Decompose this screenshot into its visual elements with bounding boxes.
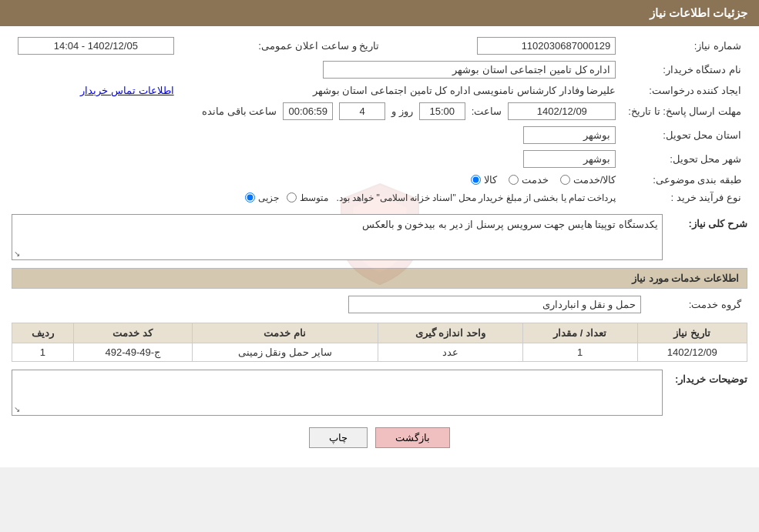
announce-value: 1402/12/05 - 14:04 bbox=[12, 34, 180, 58]
cell-name: سایر حمل ونقل زمینی bbox=[192, 343, 378, 362]
cell-date: 1402/12/09 bbox=[637, 343, 747, 362]
city-value-cell: بوشهر bbox=[12, 147, 622, 171]
description-box: یکدستگاه توپیتا هایس جهت سرویس پرسنل از … bbox=[12, 214, 663, 260]
col-row-header: ردیف bbox=[12, 323, 74, 343]
process-mottavaset-label: متوسط bbox=[300, 192, 328, 203]
services-section-label: اطلاعات خدمات مورد نیاز bbox=[632, 273, 739, 284]
back-button[interactable]: بازگشت bbox=[375, 427, 450, 448]
buyer-box: اداره کل تامین اجتماعی استان بوشهر bbox=[323, 61, 616, 79]
col-unit-header: واحد اندازه گیری bbox=[378, 323, 522, 343]
deadline-days-box: 4 bbox=[339, 102, 385, 120]
process-note: پرداخت تمام یا بخشی از مبلغ خریدار محل "… bbox=[336, 192, 616, 203]
description-text: یکدستگاه توپیتا هایس جهت سرویس پرسنل از … bbox=[362, 219, 658, 230]
province-box: بوشهر bbox=[523, 126, 616, 144]
category-khedmat-radio[interactable] bbox=[509, 175, 519, 185]
buttons-row: بازگشت چاپ bbox=[12, 427, 747, 448]
category-value-cell: کالا/خدمت خدمت کالا bbox=[12, 171, 622, 189]
creator-value: علیرضا وفادار کارشناس نامنویسی اداره کل … bbox=[313, 85, 616, 96]
services-section-header: اطلاعات خدمات مورد نیاز bbox=[12, 268, 747, 289]
category-kala-label: کالا bbox=[484, 174, 497, 186]
category-khedmat-label: خدمت bbox=[522, 174, 549, 186]
creator-value-cell: علیرضا وفادار کارشناس نامنویسی اداره کل … bbox=[180, 82, 623, 99]
category-kala-radio[interactable] bbox=[471, 175, 481, 185]
service-group-box: حمل و نقل و انبارداری bbox=[348, 296, 641, 313]
category-kala-option[interactable]: کالا bbox=[471, 174, 497, 186]
request-number-box: 1102030687000129 bbox=[477, 37, 616, 55]
cell-qty: 1 bbox=[522, 343, 637, 362]
comments-resize-arrow: ↘ bbox=[14, 405, 20, 413]
deadline-row: 1402/12/09 ساعت: 15:00 روز و 4 00:06:59 … bbox=[12, 99, 622, 123]
city-label: شهر محل تحویل: bbox=[622, 147, 747, 171]
creator-label: ایجاد کننده درخواست: bbox=[622, 82, 747, 99]
buyer-notes-box: ↘ bbox=[12, 370, 663, 416]
deadline-time-box: 15:00 bbox=[419, 102, 465, 120]
process-value-cell: پرداخت تمام یا بخشی از مبلغ خریدار محل "… bbox=[12, 189, 622, 206]
cell-code: ج-49-49-492 bbox=[73, 343, 192, 362]
process-jazvi-option[interactable]: جزیی bbox=[245, 192, 279, 203]
deadline-days-label: روز و bbox=[391, 105, 413, 117]
service-group-label: گروه خدمت: bbox=[647, 293, 747, 316]
resize-arrow: ↘ bbox=[14, 249, 20, 258]
category-kala-khedmat-option[interactable]: کالا/خدمت bbox=[560, 174, 616, 186]
cell-unit: عدد bbox=[378, 343, 522, 362]
print-button[interactable]: چاپ bbox=[309, 427, 368, 448]
creator-link[interactable]: اطلاعات تماس خریدار bbox=[80, 85, 173, 96]
creator-link-cell[interactable]: اطلاعات تماس خریدار bbox=[12, 82, 180, 99]
cell-row: 1 bbox=[12, 343, 74, 362]
col-name-header: نام خدمت bbox=[192, 323, 378, 343]
deadline-date-box: 1402/12/09 bbox=[508, 102, 616, 120]
page-header: جزئیات اطلاعات نیاز bbox=[0, 0, 759, 26]
request-number-label: شماره نیاز: bbox=[622, 34, 747, 58]
services-table: تاریخ نیاز تعداد / مقدار واحد اندازه گیر… bbox=[12, 323, 747, 362]
deadline-label: مهلت ارسال پاسخ: تا تاریخ: bbox=[622, 99, 747, 123]
page-title: جزئیات اطلاعات نیاز bbox=[650, 6, 747, 19]
category-label: طبقه بندی موضوعی: bbox=[622, 171, 747, 189]
category-kala-khedmat-label: کالا/خدمت bbox=[573, 174, 616, 186]
request-number-value: 1102030687000129 bbox=[395, 34, 622, 58]
description-label: شرح کلی نیاز: bbox=[670, 214, 747, 229]
process-jazvi-label: جزیی bbox=[258, 192, 279, 203]
province-value-cell: بوشهر bbox=[12, 123, 622, 147]
process-jazvi-radio[interactable] bbox=[245, 192, 255, 202]
buyer-label: نام دستگاه خریدار: bbox=[622, 58, 747, 82]
announce-box: 1402/12/05 - 14:04 bbox=[18, 37, 174, 55]
process-mottavaset-radio[interactable] bbox=[287, 192, 297, 202]
col-code-header: کد خدمت bbox=[73, 323, 192, 343]
announce-label: تاریخ و ساعت اعلان عمومی: bbox=[180, 34, 395, 58]
category-khedmat-option[interactable]: خدمت bbox=[509, 174, 549, 186]
deadline-remaining-box: 00:06:59 bbox=[283, 102, 333, 120]
category-kala-khedmat-radio[interactable] bbox=[560, 175, 570, 185]
process-mottavaset-option[interactable]: متوسط bbox=[287, 192, 328, 203]
service-group-value-cell: حمل و نقل و انبارداری bbox=[12, 293, 647, 316]
table-row: 1402/12/09 1 عدد سایر حمل ونقل زمینی ج-4… bbox=[12, 343, 747, 362]
province-label: استان محل تحویل: bbox=[622, 123, 747, 147]
process-label: نوع فرآیند خرید : bbox=[622, 189, 747, 206]
deadline-time-label: ساعت: bbox=[472, 105, 502, 117]
buyer-notes-label: توضیحات خریدار: bbox=[670, 370, 747, 385]
col-qty-header: تعداد / مقدار bbox=[522, 323, 637, 343]
deadline-remaining-label: ساعت باقی مانده bbox=[202, 105, 277, 117]
col-date-header: تاریخ نیاز bbox=[637, 323, 747, 343]
buyer-value-cell: اداره کل تامین اجتماعی استان بوشهر bbox=[12, 58, 622, 82]
city-box: بوشهر bbox=[523, 150, 616, 168]
